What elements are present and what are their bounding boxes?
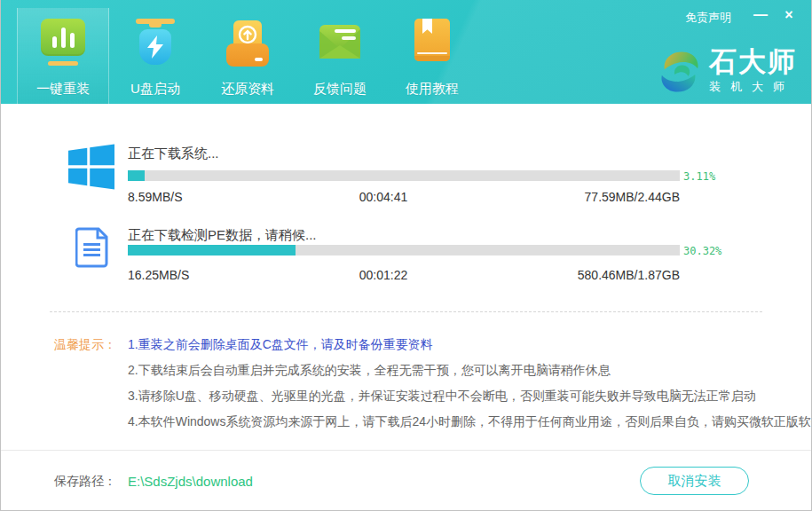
brand-name: 石大师: [709, 48, 797, 76]
tips-label: 温馨提示：: [54, 332, 116, 358]
download-speed: 8.59MB/S: [128, 190, 182, 204]
download-stats-pe: 16.25MB/S 00:01:22 580.46MB/1.87GB: [128, 268, 680, 282]
download-speed: 16.25MB/S: [128, 268, 189, 282]
progress-bar-system: [128, 170, 680, 181]
download-time-remaining: 00:04:41: [359, 190, 408, 204]
download-size: 580.46MB/1.87GB: [578, 268, 680, 282]
tab-label: 反馈问题: [313, 81, 367, 98]
download-size: 77.59MB/2.44GB: [585, 190, 680, 204]
tab-tutorial[interactable]: 使用教程: [386, 8, 478, 104]
tab-one-key-reinstall[interactable]: 一键重装: [17, 8, 109, 104]
disclaimer-link[interactable]: 免责声明: [685, 10, 731, 26]
minimize-button[interactable]: —: [749, 5, 772, 25]
tips-list: 1.重装之前会删除桌面及C盘文件，请及时备份重要资料 2.下载结束后会自动重启并…: [128, 332, 812, 435]
brand-subtitle: 装机大师: [709, 79, 797, 95]
header-bar: 一键重装 U盘启动: [1, 0, 811, 104]
progress-percent-system: 3.11%: [683, 170, 715, 183]
tab-feedback[interactable]: 反馈问题: [294, 8, 386, 104]
tab-label: 使用教程: [406, 81, 459, 98]
download-title-system: 正在下载系统...: [128, 145, 219, 162]
tip-item: 1.重装之前会删除桌面及C盘文件，请及时备份重要资料: [128, 332, 812, 358]
progress-fill-pe: [128, 245, 296, 256]
app-window: 一键重装 U盘启动: [0, 0, 812, 511]
tip-item: 2.下载结束后会自动重启并完成系统的安装，全程无需干预，您可以离开电脑请稍作休息: [128, 358, 812, 383]
footer-bar: 保存路径： E:\SdsZjds\download 取消安装: [1, 450, 811, 511]
book-icon: [414, 19, 450, 74]
windows-logo-icon: [68, 144, 114, 193]
bar-chart-icon: [41, 19, 85, 74]
nav-tabs: 一键重装 U盘启动: [17, 8, 478, 104]
tab-label: 还原资料: [221, 81, 274, 98]
progress-percent-pe: 30.32%: [683, 245, 721, 257]
document-icon: [75, 227, 109, 271]
usb-drive-icon: [136, 19, 175, 74]
tab-usb-boot[interactable]: U盘启动: [109, 8, 201, 104]
progress-bar-pe: [128, 245, 680, 256]
restore-drawer-icon: [225, 19, 271, 74]
feedback-envelope-icon: [317, 19, 363, 74]
download-stats-system: 8.59MB/S 00:04:41 77.59MB/2.44GB: [128, 190, 680, 204]
tip-item: 4.本软件Windows系统资源均来源于网上，请下载后24小时删除，不得用于任何…: [128, 409, 812, 435]
tip-item: 3.请移除U盘、移动硬盘、光驱里的光盘，并保证安装过程中不会断电，否则重装可能失…: [128, 383, 812, 409]
close-button[interactable]: ×: [777, 5, 800, 25]
download-title-pe: 正在下载检测PE数据，请稍候...: [128, 227, 317, 244]
dashed-divider: [50, 311, 762, 312]
save-path-value: E:\SdsZjds\download: [128, 474, 253, 489]
tab-label: 一键重装: [36, 81, 90, 98]
download-time-remaining: 00:01:22: [359, 268, 408, 282]
brand-logo: 石大师 装机大师: [659, 48, 797, 95]
brand-swirl-icon: [659, 49, 700, 95]
save-path-label: 保存路径：: [54, 474, 116, 490]
tab-restore-data[interactable]: 还原资料: [201, 8, 294, 104]
tab-label: U盘启动: [130, 81, 180, 98]
progress-fill-system: [128, 170, 145, 181]
cancel-install-button[interactable]: 取消安装: [640, 467, 749, 495]
